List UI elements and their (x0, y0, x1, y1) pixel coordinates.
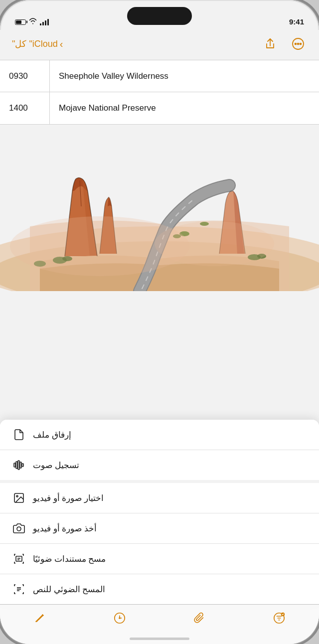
table-row: 0930 Sheephole Valley Wilderness (0, 60, 319, 92)
tab-new-note[interactable] (27, 610, 52, 627)
menu-item-take-photo[interactable]: أخذ صورة أو فيديو (0, 513, 319, 544)
svg-point-32 (119, 617, 121, 619)
phone-frame: 9:41 (0, 0, 319, 644)
photo-library-icon (12, 491, 26, 505)
more-button[interactable] (289, 35, 307, 53)
scan-doc-icon (12, 552, 26, 566)
toolbar-right-nav: › iCloud" كل" (12, 38, 63, 50)
content-area: › iCloud" كل" 0930 Sheephole Valley Wild… (0, 30, 319, 644)
menu-item-choose-photo[interactable]: اختيار صورة أو فيديو (0, 483, 319, 513)
status-left (15, 18, 49, 26)
note-table: 0930 Sheephole Valley Wilderness 1400 Mo… (0, 60, 319, 125)
battery-icon (15, 19, 26, 25)
menu-item-scan-text[interactable]: المسح الضوئي للنص (0, 574, 319, 604)
svg-rect-25 (16, 556, 22, 561)
tab-filter[interactable] (267, 610, 292, 627)
wifi-icon (29, 18, 37, 26)
camera-icon (12, 521, 26, 535)
share-button[interactable] (261, 35, 279, 53)
svg-rect-19 (18, 461, 19, 470)
bottom-menu: إرفاق ملف تسجيل صوت (0, 420, 319, 604)
table-row: 1400 Mojave National Preserve (0, 92, 319, 124)
svg-rect-20 (20, 462, 21, 468)
home-indicator (130, 638, 189, 640)
menu-item-attach-file[interactable]: إرفاق ملف (0, 420, 319, 450)
toolbar: › iCloud" كل" (0, 30, 319, 58)
svg-rect-18 (16, 462, 17, 469)
location-cell-2: Mojave National Preserve (50, 92, 319, 124)
menu-item-scan-doc[interactable]: مسح مستندات ضوئيًا (0, 544, 319, 574)
svg-point-16 (155, 221, 274, 266)
time-cell-1: 0930 (0, 60, 50, 92)
dynamic-island (127, 7, 192, 25)
menu-section-1: إرفاق ملف تسجيل صوت (0, 420, 319, 483)
svg-rect-17 (14, 463, 15, 467)
toolbar-left-icons (261, 35, 307, 53)
menu-item-record-audio[interactable]: تسجيل صوت (0, 450, 319, 480)
desert-illustration (0, 127, 319, 291)
back-chevron-icon: › (60, 38, 63, 50)
scan-text-icon (12, 582, 26, 596)
tab-attach[interactable] (187, 610, 212, 627)
menu-section-2: اختيار صورة أو فيديو أخذ صورة أو فيديو (0, 483, 319, 604)
audio-icon (12, 458, 26, 472)
svg-point-24 (17, 527, 21, 531)
svg-point-2 (298, 43, 299, 45)
status-time: 9:41 (289, 17, 304, 26)
svg-point-3 (300, 43, 302, 45)
time-cell-2: 1400 (0, 92, 50, 124)
svg-rect-21 (22, 464, 23, 467)
location-cell-1: Sheephole Valley Wilderness (50, 60, 319, 92)
back-link[interactable]: iCloud" كل" (12, 38, 58, 49)
svg-point-23 (16, 495, 18, 497)
signal-bars-icon (40, 19, 49, 25)
file-icon (12, 428, 26, 442)
tab-compose[interactable] (107, 610, 132, 627)
svg-point-1 (295, 43, 297, 45)
